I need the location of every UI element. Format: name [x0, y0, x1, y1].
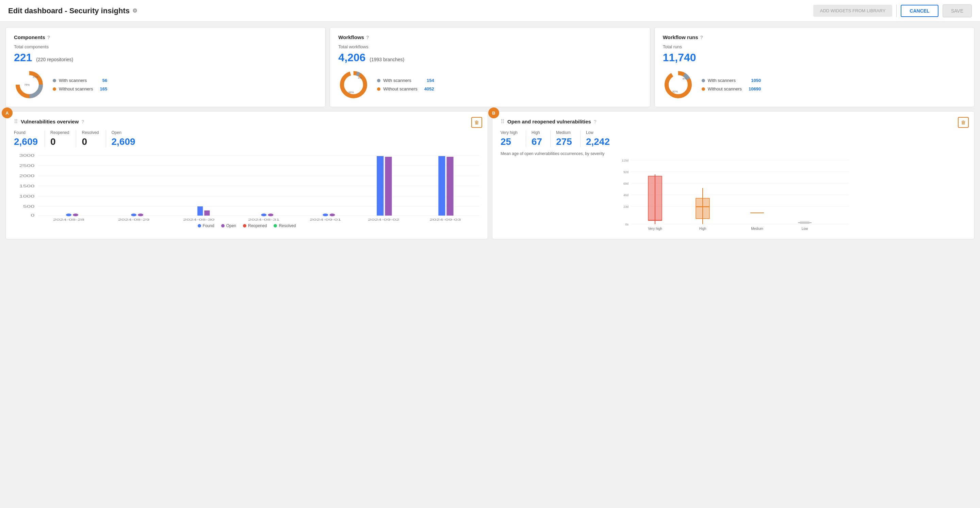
- reopened-value: 0: [50, 137, 69, 147]
- wr-with-scanners-dot: [702, 79, 705, 82]
- medium-value: 275: [556, 137, 572, 147]
- workflow-runs-card-title: Workflow runs ?: [663, 34, 966, 40]
- legend-open: Open: [221, 224, 236, 228]
- open-stat: Open 2,609: [106, 130, 142, 147]
- cancel-button[interactable]: CANCEL: [901, 5, 938, 17]
- svg-text:2000: 2000: [19, 174, 35, 178]
- workflow-runs-donut: 92% 8%: [663, 69, 694, 100]
- svg-text:8%: 8%: [682, 77, 687, 80]
- components-card: Components ? Total components 221 (220 r…: [5, 27, 326, 107]
- workflows-donut-row: 96% 4% With scanners 154 Without scanner…: [338, 69, 641, 100]
- severity-row: Very high 25 High 67 Medium 275 Low 2,24…: [501, 130, 966, 147]
- found-stat: Found 2,609: [14, 130, 45, 147]
- svg-text:0: 0: [30, 214, 34, 217]
- top-bar: Edit dashboard - Security insights ⚙ ADD…: [0, 0, 980, 22]
- delete-open-reopen-button[interactable]: 🗑: [958, 117, 969, 128]
- workflow-runs-legend: With scanners 1050 Without scanners 1069…: [702, 78, 761, 92]
- svg-point-33: [268, 214, 273, 216]
- legend-found: Found: [198, 224, 215, 228]
- open-legend-dot: [221, 224, 224, 227]
- resolved-stat: Resolved 0: [76, 130, 106, 147]
- svg-text:Medium: Medium: [751, 227, 763, 230]
- workflows-sub: (1993 branches): [369, 57, 404, 62]
- save-button[interactable]: SAVE: [943, 5, 972, 17]
- vuln-stats-row: Found 2,609 Reopened 0 Resolved 0 Open 2…: [14, 130, 479, 147]
- low-value: 2,242: [586, 137, 610, 147]
- add-widgets-button[interactable]: ADD WIDGETS FROM LIBRARY: [813, 5, 892, 17]
- workflow-runs-donut-row: 92% 8% With scanners 1050 Without scanne…: [663, 69, 966, 100]
- components-donut: 75% 25%: [14, 69, 45, 100]
- workflow-runs-subtitle: Total runs: [663, 44, 966, 49]
- svg-text:Very high: Very high: [648, 227, 662, 230]
- svg-rect-37: [385, 157, 392, 216]
- svg-text:4%: 4%: [358, 76, 362, 79]
- without-scanners-count: 165: [95, 86, 107, 92]
- workflows-without-scanners: Without scanners 4052: [377, 86, 434, 92]
- svg-text:500: 500: [23, 205, 35, 208]
- svg-rect-30: [197, 206, 203, 216]
- svg-point-32: [261, 214, 266, 216]
- svg-rect-38: [438, 156, 445, 216]
- svg-rect-63: [696, 198, 710, 219]
- svg-text:2024-09-03: 2024-09-03: [430, 218, 461, 221]
- svg-text:96%: 96%: [348, 91, 354, 94]
- svg-point-27: [73, 214, 78, 216]
- low-stat: Low 2,242: [581, 130, 618, 147]
- components-card-title: Components ?: [14, 34, 317, 40]
- svg-text:2024-08-28: 2024-08-28: [53, 218, 85, 221]
- delete-vuln-button[interactable]: 🗑: [471, 117, 482, 128]
- svg-text:92d: 92d: [624, 170, 628, 174]
- with-scanners-dot: [53, 79, 56, 82]
- svg-text:2024-09-01: 2024-09-01: [310, 218, 341, 221]
- svg-point-34: [323, 214, 328, 216]
- svg-text:2024-09-02: 2024-09-02: [368, 218, 399, 221]
- components-help-icon[interactable]: ?: [47, 35, 50, 40]
- high-value: 67: [531, 137, 542, 147]
- wr-with-scanners-count: 1050: [747, 78, 761, 83]
- svg-text:2500: 2500: [19, 164, 35, 168]
- workflow-runs-help-icon[interactable]: ?: [700, 35, 703, 40]
- components-legend: With scanners 56 Without scanners 165: [53, 78, 107, 92]
- svg-point-28: [131, 214, 137, 216]
- svg-rect-31: [204, 211, 210, 216]
- top-row: Components ? Total components 221 (220 r…: [5, 27, 975, 107]
- open-reopen-title: Open and reopened vulnerabilities: [508, 119, 591, 124]
- wf-without-scanners-dot: [377, 87, 380, 91]
- svg-point-35: [329, 214, 335, 216]
- workflow-runs-number: 11,740: [663, 51, 696, 64]
- svg-text:23d: 23d: [624, 205, 628, 208]
- bar-chart-area: 3000 2500 2000 1500 1000 500 0: [14, 153, 479, 221]
- open-reopen-help-icon[interactable]: ?: [594, 119, 597, 124]
- vuln-overview-help-icon[interactable]: ?: [81, 119, 84, 124]
- svg-rect-60: [648, 176, 662, 220]
- legend-resolved: Resolved: [274, 224, 296, 228]
- very-high-stat: Very high 25: [501, 130, 526, 147]
- medium-stat: Medium 275: [550, 130, 581, 147]
- svg-text:75%: 75%: [24, 83, 30, 86]
- vuln-overview-title: Vulnerabilities overview: [21, 119, 79, 124]
- components-with-scanners: With scanners 56: [53, 78, 107, 83]
- bar-chart-svg: 3000 2500 2000 1500 1000 500 0: [14, 153, 479, 221]
- components-subtitle: Total components: [14, 44, 317, 49]
- legend-reopened: Reopened: [243, 224, 267, 228]
- drag-icon-vuln[interactable]: ⠿: [14, 118, 18, 125]
- wr-without-scanners-count: 10690: [745, 86, 761, 92]
- reopened-stat: Reopened 0: [45, 130, 76, 147]
- vuln-overview-header: ⠿ Vulnerabilities overview ?: [14, 118, 479, 125]
- svg-text:0s: 0s: [625, 223, 628, 226]
- workflows-card: Workflows ? Total workflows 4,206 (1993 …: [330, 27, 650, 107]
- box-chart-svg: 115d 92d 69d 46d 23d 0s: [501, 157, 966, 232]
- settings-icon[interactable]: ⚙: [132, 8, 137, 14]
- workflows-number: 4,206: [338, 51, 366, 64]
- open-reopen-header: ⠿ Open and reopened vulnerabilities ?: [501, 118, 966, 125]
- wr-with-scanners: With scanners 1050: [702, 78, 761, 83]
- wf-with-scanners-count: 154: [423, 78, 434, 83]
- wr-without-scanners: Without scanners 10690: [702, 86, 761, 92]
- svg-text:2024-08-29: 2024-08-29: [118, 218, 150, 221]
- svg-text:Low: Low: [802, 227, 808, 230]
- drag-icon-open-reopen[interactable]: ⠿: [501, 118, 504, 125]
- svg-text:3000: 3000: [19, 154, 35, 157]
- vertical-divider: [896, 5, 897, 17]
- workflows-help-icon[interactable]: ?: [366, 35, 369, 40]
- svg-point-26: [66, 214, 72, 216]
